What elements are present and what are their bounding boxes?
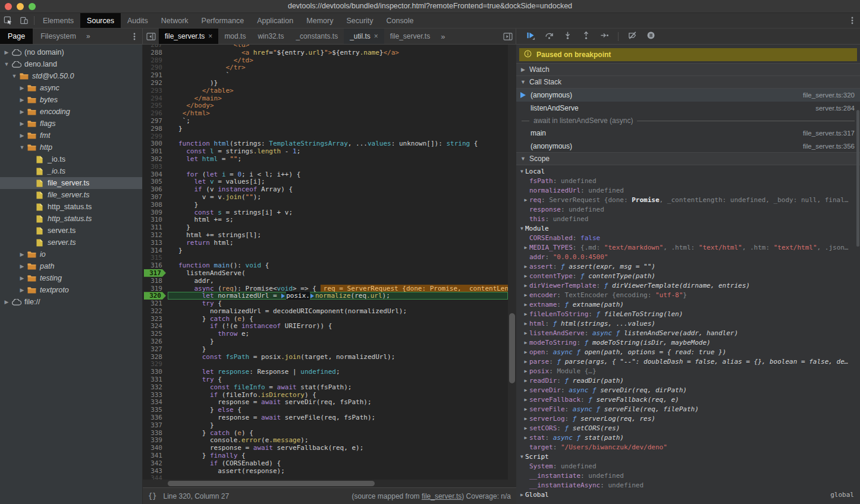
scope-group-local[interactable]: ▼Local: [516, 166, 860, 176]
gutter-cell[interactable]: 290: [143, 64, 168, 71]
scope-property[interactable]: ▶serveFile: async ƒ serveFile(req, fileP…: [516, 404, 860, 414]
line-number[interactable]: 321: [150, 300, 162, 307]
line-number[interactable]: 337: [150, 421, 162, 429]
chevron-right-icon[interactable]: ▶: [18, 121, 26, 127]
pretty-print-icon[interactable]: {}: [148, 492, 156, 500]
line-number[interactable]: 327: [150, 345, 162, 353]
gutter-cell[interactable]: 332: [143, 383, 168, 391]
scope-property[interactable]: this: undefined: [516, 214, 860, 223]
tree-item-path[interactable]: ▶path: [0, 260, 142, 272]
tree-item-file[interactable]: ▶file://: [0, 296, 142, 308]
gutter-cell[interactable]: 305: [143, 178, 168, 185]
gutter-cell[interactable]: 314: [143, 247, 168, 254]
code-line[interactable]: 306 if (v instanceof Array) {: [143, 185, 508, 193]
tree-item-flags[interactable]: ▶flags: [0, 118, 142, 130]
gutter-cell[interactable]: 308: [143, 201, 168, 209]
code-line[interactable]: 295 </body>: [143, 102, 508, 109]
chevron-down-icon[interactable]: ▼: [18, 144, 26, 150]
chevron-right-icon[interactable]: ▶: [18, 263, 26, 269]
source-map-link[interactable]: file_server.ts: [422, 492, 462, 500]
gutter-cell[interactable]: 299: [143, 133, 168, 140]
tree-item-io-ts[interactable]: _io.ts: [0, 165, 142, 177]
code-line[interactable]: 339 console.error(e.message);: [143, 436, 508, 444]
navigator-overflow-chevron[interactable]: »: [84, 29, 93, 44]
chevron-down-icon[interactable]: ▼: [2, 61, 11, 67]
gutter-cell[interactable]: 330: [143, 368, 168, 376]
tab-sources[interactable]: Sources: [80, 13, 121, 28]
line-number[interactable]: 339: [150, 436, 162, 444]
chevron-right-icon[interactable]: ▶: [522, 378, 529, 383]
code-line[interactable]: 289 </td>: [143, 56, 508, 64]
line-number[interactable]: 302: [150, 155, 162, 163]
chevron-right-icon[interactable]: ▶: [522, 349, 529, 355]
code-line[interactable]: 321 try {: [143, 300, 508, 307]
scope-property[interactable]: ▶parse: ƒ parse(args, { "--": doubleDash…: [516, 357, 860, 366]
call-stack-frame[interactable]: mainfile_server.ts:317: [516, 127, 860, 140]
scope-property[interactable]: ▶assert: ƒ assert(expr, msg = ""): [516, 262, 860, 271]
tab-memory[interactable]: Memory: [300, 13, 340, 28]
call-stack-frame[interactable]: (anonymous)file_server.ts:356: [516, 140, 860, 153]
scope-property[interactable]: ▶encoder: TextEncoder {encoding: "utf-8"…: [516, 290, 860, 300]
line-number[interactable]: 288: [150, 49, 162, 56]
close-tab-icon[interactable]: ×: [208, 32, 212, 40]
scope-property[interactable]: ▶serveFallback: ƒ serveFallback(req, e): [516, 395, 860, 404]
chevron-right-icon[interactable]: ▶: [18, 287, 26, 293]
editor-tab-file-server-ts[interactable]: file_server.ts: [384, 29, 436, 44]
scope-property[interactable]: ▶extname: ƒ extname(path): [516, 300, 860, 309]
scope-group-module[interactable]: ▼Module: [516, 223, 860, 233]
tab-application[interactable]: Application: [250, 13, 300, 28]
line-number[interactable]: 312: [150, 231, 162, 239]
scope-property[interactable]: ▶MEDIA_TYPES: {.md: "text/markdown", .ht…: [516, 242, 860, 252]
line-number[interactable]: 333: [150, 391, 162, 399]
line-number[interactable]: 336: [150, 414, 162, 421]
tree-item-std-v0-50-0[interactable]: ▼std@v0.50.0: [0, 70, 142, 82]
line-number[interactable]: 310: [150, 216, 162, 223]
line-number[interactable]: 330: [150, 368, 162, 376]
code-line[interactable]: 318 addr,: [143, 277, 508, 285]
call-stack-frame[interactable]: (anonymous)file_server.ts:320: [516, 89, 860, 102]
gutter-cell[interactable]: 295: [143, 102, 168, 109]
chevron-right-icon[interactable]: ▶: [2, 299, 11, 305]
line-number[interactable]: 315: [150, 254, 162, 262]
scope-property[interactable]: ▶html: ƒ html(strings, ...values): [516, 319, 860, 328]
code-line[interactable]: 336 response = await serveFile(req, fsPa…: [143, 414, 508, 421]
line-number[interactable]: 325: [150, 330, 162, 338]
gutter-cell[interactable]: 317: [143, 269, 168, 277]
gutter-cell[interactable]: 325: [143, 330, 168, 338]
chevron-right-icon[interactable]: ▶: [522, 397, 529, 402]
gutter-cell[interactable]: 301: [143, 147, 168, 155]
code-line[interactable]: 332 const fileInfo = await stat(fsPath);: [143, 383, 508, 391]
editor-horizontal-scrollbar[interactable]: [143, 480, 508, 487]
breakpoint-marker[interactable]: 320: [144, 292, 166, 300]
chevron-right-icon[interactable]: ▶: [522, 292, 529, 298]
step-over-button[interactable]: [542, 30, 555, 43]
code-line[interactable]: 330 let response: Response | undefined;: [143, 368, 508, 376]
code-line[interactable]: 312 html += strings[l];: [143, 231, 508, 239]
line-number[interactable]: 292: [150, 79, 162, 87]
scope-property[interactable]: ▶stat: async ƒ stat(path): [516, 433, 860, 442]
code-line[interactable]: 301 const l = strings.length - 1;: [143, 147, 508, 155]
tree-item-server-ts[interactable]: server.ts: [0, 225, 142, 237]
scope-property[interactable]: addr: "0.0.0.0:4500": [516, 252, 860, 262]
device-toolbar-icon[interactable]: [16, 13, 32, 28]
line-number[interactable]: 343: [150, 467, 162, 475]
inspect-icon[interactable]: [0, 13, 16, 28]
code-line[interactable]: 329: [143, 360, 508, 368]
code-line[interactable]: 288 <a href="${entry.url}">${entry.name}…: [143, 49, 508, 56]
code-line[interactable]: 291 `: [143, 71, 508, 79]
call-stack-section-header[interactable]: ▼ Call Stack: [516, 75, 860, 89]
code-line[interactable]: 302 let html = "";: [143, 155, 508, 163]
code-editor[interactable]: 287 <td>288 <a href="${entry.url}">${ent…: [143, 45, 516, 487]
line-number[interactable]: 296: [150, 109, 162, 117]
sidebar-scrollbar[interactable]: [856, 110, 859, 247]
scope-property[interactable]: System: undefined: [516, 461, 860, 471]
scope-property[interactable]: ▶req: ServerRequest {done: Promise, _con…: [516, 195, 860, 204]
chevron-right-icon[interactable]: ▶: [522, 283, 529, 288]
gutter-cell[interactable]: 318: [143, 277, 168, 285]
gutter-cell[interactable]: 333: [143, 391, 168, 399]
gutter-cell[interactable]: 324: [143, 322, 168, 330]
line-number[interactable]: 324: [150, 322, 162, 330]
code-line[interactable]: 331 try {: [143, 376, 508, 383]
gutter-cell[interactable]: 300: [143, 140, 168, 147]
scope-section-header[interactable]: ▼ Scope: [516, 152, 860, 165]
